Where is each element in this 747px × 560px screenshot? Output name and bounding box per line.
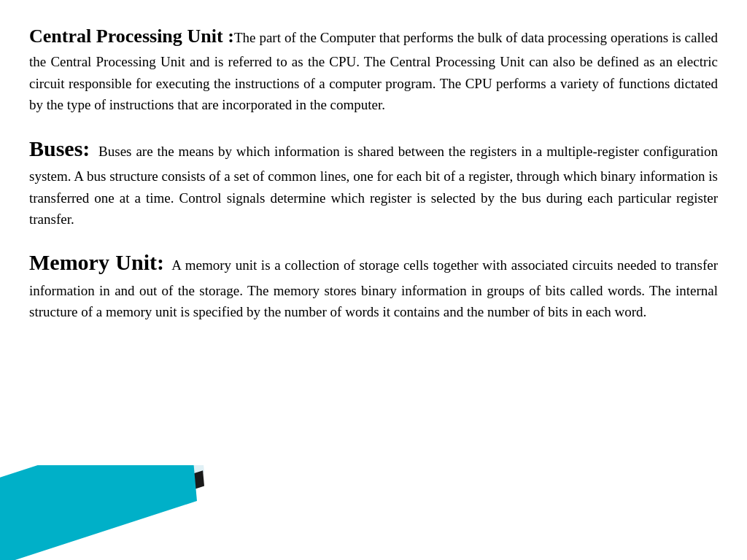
cpu-title: Central Processing Unit : — [29, 26, 234, 47]
deco-teal-block — [0, 465, 197, 560]
memory-title: Memory Unit: — [29, 250, 164, 274]
cpu-paragraph: Central Processing Unit :The part of the… — [29, 22, 718, 116]
buses-paragraph: Buses: Buses are the means by which info… — [29, 132, 718, 230]
memory-paragraph: Memory Unit: A memory unit is a collecti… — [29, 246, 718, 322]
main-content: Central Processing Unit :The part of the… — [0, 0, 747, 354]
buses-section: Buses: Buses are the means by which info… — [29, 132, 718, 230]
buses-title: Buses: — [29, 136, 90, 160]
buses-body: Buses are the means by which information… — [29, 144, 718, 227]
cpu-section: Central Processing Unit :The part of the… — [29, 22, 718, 116]
bottom-decoration — [0, 465, 233, 560]
memory-section: Memory Unit: A memory unit is a collecti… — [29, 246, 718, 322]
